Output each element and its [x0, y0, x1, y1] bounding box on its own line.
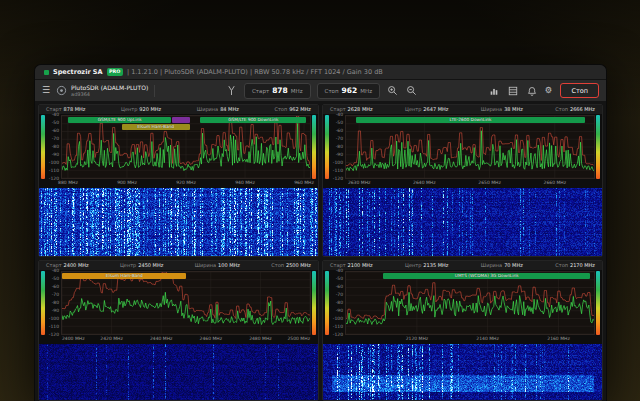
frequency-readout: Ширина84 MHz	[197, 107, 239, 112]
y-tick-label: -80	[52, 301, 59, 306]
device-selector[interactable]: PlutoSDR (ADALM-PLUTO) ad9364	[56, 84, 148, 98]
start-frequency-value: 878	[272, 86, 288, 95]
stop-acquisition-button[interactable]: Стоп	[560, 83, 599, 98]
level-colorbar-left	[325, 115, 329, 179]
frequency-readout-label: Ширина	[195, 262, 216, 268]
zoom-out-icon[interactable]	[405, 84, 418, 97]
y-axis: -40-50-60-70-80-90-100-110-120	[46, 271, 60, 335]
band-annotation: LTE-2600 DownLink	[356, 117, 585, 123]
stop-frequency-value: 962	[342, 86, 358, 95]
y-tick-label: -120	[49, 333, 59, 338]
band-annotation: UMTS (WCDMA) 3G DownLink	[383, 273, 590, 279]
band-annotation: GSM/LTE 900 UpLink	[68, 117, 171, 123]
y-tick-label: -70	[52, 137, 59, 142]
bell-icon[interactable]	[526, 84, 539, 97]
frequency-readout-label: Стоп	[555, 106, 568, 112]
waterfall-display[interactable]	[323, 188, 602, 256]
spectrum-area: -40-50-60-70-80-90-100-110-120LTE-2600 D…	[323, 114, 602, 179]
x-axis: 880 MHz900 MHz920 MHz940 MHz960 MHz	[62, 179, 310, 187]
x-tick-label: 2640 MHz	[413, 181, 436, 186]
menu-icon[interactable]: ☰	[42, 86, 50, 95]
waterfall-display[interactable]	[39, 344, 318, 400]
y-tick-label: -40	[336, 269, 343, 274]
x-tick-label: 2400 MHz	[62, 337, 85, 342]
frequency-readout-label: Центр	[120, 262, 136, 268]
frequency-readout-label: Стоп	[274, 106, 287, 112]
x-tick-label: 2650 MHz	[478, 181, 501, 186]
y-tick-label: -80	[336, 145, 343, 150]
frequency-readout: Ширина38 MHz	[481, 107, 523, 112]
band-label: UMTS (WCDMA) 3G DownLink	[455, 274, 519, 278]
y-tick-label: -60	[52, 129, 59, 134]
frequency-readout-value: 2628 MHz	[348, 106, 373, 112]
panel-header: Старт2100 MHzЦентр2135 MHzШирина70 MHzСт…	[323, 261, 602, 270]
x-axis: 2120 MHz2140 MHz2160 MHz	[346, 335, 594, 343]
x-tick-label: 900 MHz	[117, 181, 137, 186]
frequency-readout-value: 2170 MHz	[570, 262, 595, 268]
spectrum-panel-2100mhz: Старт2100 MHzЦентр2135 MHzШирина70 MHzСт…	[322, 260, 603, 401]
frequency-readout-label: Ширина	[481, 106, 502, 112]
x-axis: 2400 MHz2420 MHz2440 MHz2460 MHz2480 MHz…	[62, 335, 310, 343]
band-label: LTE-2600 DownLink	[450, 118, 492, 122]
settings-gear-icon[interactable]: ⚙	[545, 86, 553, 95]
y-tick-label: -110	[49, 325, 59, 330]
spectrum-plot[interactable]: UMTS (WCDMA) 3G DownLink	[345, 271, 595, 335]
frequency-readout-value: 962 MHz	[289, 106, 311, 112]
frequency-readout-value: 920 MHz	[139, 106, 161, 112]
spectrum-plot[interactable]: LTE-2600 DownLink	[345, 115, 595, 179]
y-tick-label: -80	[52, 145, 59, 150]
frequency-readout-value: 2500 MHz	[286, 262, 311, 268]
frequency-readout: Ширина100 MHz	[195, 263, 240, 268]
device-subtitle: ad9364	[71, 91, 148, 97]
level-colorbar-left	[41, 115, 45, 179]
frequency-readout-value: 2400 MHz	[64, 262, 89, 268]
panel-grid: Старт878 MHzЦентр920 MHzШирина84 MHzСтоп…	[35, 102, 606, 401]
level-colorbar-right	[596, 271, 600, 335]
frequency-readout-value: 2450 MHz	[138, 262, 163, 268]
stop-frequency-field[interactable]: Стоп 962 MHz	[317, 83, 380, 99]
waterfall-display[interactable]	[39, 188, 318, 256]
start-frequency-unit: MHz	[291, 88, 303, 94]
frequency-readout-value: 100 MHz	[218, 262, 240, 268]
frequency-readout: Стоп2666 MHz	[555, 107, 595, 112]
panel-header: Старт2400 MHzЦентр2450 MHzШирина100 MHzС…	[39, 261, 318, 270]
x-tick-label: 2500 MHz	[287, 337, 310, 342]
frequency-readout: Ширина70 MHz	[481, 263, 523, 268]
frequency-readout-label: Центр	[121, 106, 137, 112]
frequency-readout-value: 2135 MHz	[423, 262, 448, 268]
y-axis: -40-50-60-70-80-90-100-110-120	[330, 271, 344, 335]
start-frequency-field[interactable]: Старт 878 MHz	[244, 83, 311, 99]
spectrum-plot[interactable]: GSM/LTE 900 UpLinkGSM/LTE 900 DownLinkEl…	[61, 115, 311, 179]
frequency-readout: Центр2647 MHz	[405, 107, 448, 112]
level-colorbar-left	[325, 271, 329, 335]
spectrum-plot[interactable]: Elsum Ham-Band	[61, 271, 311, 335]
toolbar-divider	[154, 85, 155, 97]
band-label: GSM/LTE 900 UpLink	[98, 118, 142, 122]
frequency-readout-label: Ширина	[481, 262, 502, 268]
y-tick-label: -90	[52, 153, 59, 158]
zoom-in-icon[interactable]	[386, 84, 399, 97]
level-colorbar-right	[312, 115, 316, 179]
frequency-readout-value: 2647 MHz	[423, 106, 448, 112]
level-colorbar-left	[41, 271, 45, 335]
live-trace	[62, 292, 310, 324]
waterfall-view-icon[interactable]	[507, 84, 520, 97]
tuner-icon[interactable]	[225, 84, 238, 97]
band-annotation	[172, 117, 190, 123]
y-tick-label: -40	[52, 113, 59, 118]
frequency-readout: Стоп2500 MHz	[271, 263, 311, 268]
frequency-readout-label: Центр	[405, 262, 421, 268]
y-tick-label: -50	[336, 121, 343, 126]
app-window: Spectrozir SA PRO | 1.1.21.0 | PlutoSDR …	[34, 64, 607, 401]
title-bar: Spectrozir SA PRO | 1.1.21.0 | PlutoSDR …	[35, 65, 606, 80]
chart-view-icon[interactable]	[488, 84, 501, 97]
frequency-readout: Стоп962 MHz	[274, 107, 311, 112]
y-tick-label: -70	[52, 293, 59, 298]
waterfall-display[interactable]	[323, 344, 602, 400]
start-frequency-label: Старт	[252, 88, 269, 94]
spectrum-area: -40-50-60-70-80-90-100-110-120UMTS (WCDM…	[323, 270, 602, 335]
band-label: Elsum Ham-Band	[106, 274, 143, 278]
x-tick-label: 960 MHz	[294, 181, 314, 186]
stop-frequency-label: Стоп	[325, 88, 339, 94]
title-info: | 1.1.21.0 | PlutoSDR (ADALM-PLUTO) | RB…	[127, 68, 383, 76]
